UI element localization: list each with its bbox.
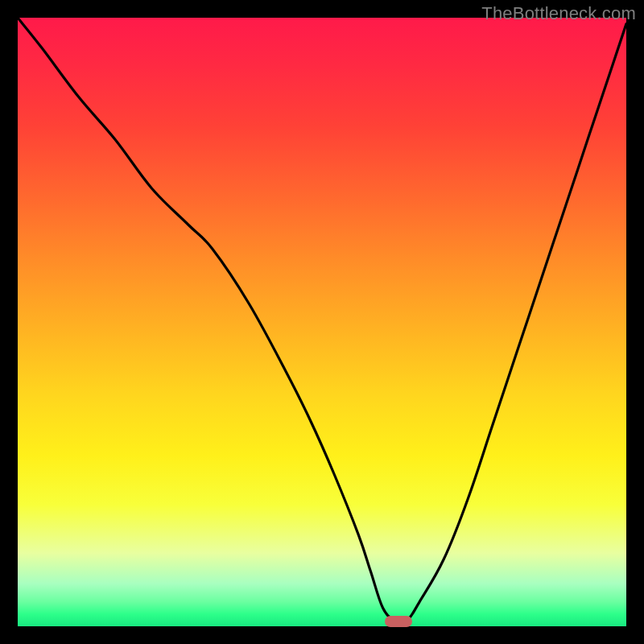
plot-area	[18, 18, 626, 626]
curve-path	[18, 18, 626, 622]
chart-frame: TheBottleneck.com	[0, 0, 644, 644]
watermark-text: TheBottleneck.com	[481, 3, 636, 24]
bottleneck-curve	[18, 18, 626, 626]
optimum-marker	[385, 616, 412, 627]
